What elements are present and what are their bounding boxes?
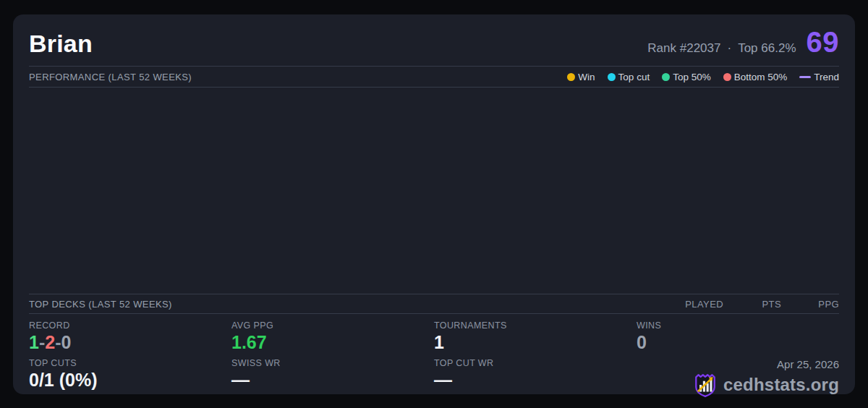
performance-chart-area bbox=[29, 88, 839, 294]
legend-item-top-50: Top 50% bbox=[662, 72, 711, 82]
site-branding: cedhstats.org bbox=[693, 372, 839, 398]
column-ppg: PPG bbox=[781, 299, 839, 310]
card-header: Brian Rank #22037 · Top 66.2% 69 bbox=[13, 14, 855, 66]
top-cut-wr-value: — bbox=[434, 370, 637, 389]
top-percent-text: Top 66.2% bbox=[738, 41, 796, 56]
record-draws: 0 bbox=[61, 332, 71, 352]
player-score: 69 bbox=[807, 26, 840, 59]
stat-top-cuts: TOP CUTS 0/1 (0%) bbox=[29, 357, 231, 394]
swiss-wr-value: — bbox=[231, 370, 434, 389]
header-right: Rank #22037 · Top 66.2% 69 bbox=[647, 26, 839, 59]
stat-tournaments: TOURNAMENTS 1 bbox=[434, 319, 637, 357]
stat-avg-ppg: AVG PPG 1.67 bbox=[231, 319, 434, 357]
player-name: Brian bbox=[29, 30, 93, 58]
legend-item-win: Win bbox=[567, 72, 595, 82]
legend-label: Trend bbox=[814, 72, 839, 82]
legend-item-trend: Trend bbox=[799, 72, 839, 82]
card-footer: Apr 25, 2026 cedhstats.org bbox=[637, 357, 839, 394]
top-cuts-value: 0/1 (0%) bbox=[29, 370, 231, 389]
footer-date: Apr 25, 2026 bbox=[777, 358, 839, 370]
rank-separator: · bbox=[727, 41, 731, 56]
record-wins: 1 bbox=[29, 332, 39, 352]
column-pts: PTS bbox=[723, 299, 781, 310]
stat-swiss-wr: SWISS WR — bbox=[231, 357, 434, 394]
bottom-50-dot-icon bbox=[723, 73, 731, 81]
stat-label: SWISS WR bbox=[231, 358, 434, 368]
trend-line-icon bbox=[799, 76, 811, 78]
stat-label: RECORD bbox=[29, 320, 231, 331]
legend-label: Top cut bbox=[618, 72, 650, 82]
top-decks-header-row: TOP DECKS (LAST 52 WEEKS) PLAYED PTS PPG bbox=[29, 294, 839, 314]
stat-label: TOP CUTS bbox=[29, 358, 231, 368]
legend-label: Top 50% bbox=[673, 72, 711, 82]
wins-value: 0 bbox=[637, 333, 839, 352]
rank-line: Rank #22037 · Top 66.2% bbox=[647, 41, 796, 56]
performance-header-row: PERFORMANCE (LAST 52 WEEKS) Win Top cut … bbox=[29, 67, 839, 88]
top-decks-title: TOP DECKS (LAST 52 WEEKS) bbox=[29, 299, 172, 310]
stat-top-cut-wr: TOP CUT WR — bbox=[434, 357, 637, 394]
performance-title: PERFORMANCE (LAST 52 WEEKS) bbox=[29, 72, 192, 82]
stat-wins: WINS 0 bbox=[637, 319, 839, 357]
rank-text: Rank #22037 bbox=[647, 41, 720, 56]
stat-label: AVG PPG bbox=[231, 320, 434, 331]
stat-label: WINS bbox=[637, 320, 839, 331]
stat-label: TOURNAMENTS bbox=[434, 320, 637, 331]
tournaments-value: 1 bbox=[434, 333, 637, 352]
record-value: 1-2-0 bbox=[29, 333, 231, 352]
page-background: Brian Rank #22037 · Top 66.2% 69 PERFORM… bbox=[0, 0, 868, 408]
stat-label: TOP CUT WR bbox=[434, 358, 637, 368]
stats-grid: RECORD 1-2-0 AVG PPG 1.67 TOURNAMENTS 1 … bbox=[13, 314, 855, 394]
legend-label: Bottom 50% bbox=[734, 72, 788, 82]
chart-legend: Win Top cut Top 50% Bottom 50% Trend bbox=[567, 72, 839, 82]
win-dot-icon bbox=[567, 73, 575, 81]
top-cut-dot-icon bbox=[608, 73, 616, 81]
legend-item-bottom-50: Bottom 50% bbox=[723, 72, 788, 82]
top-decks-columns: PLAYED PTS PPG bbox=[665, 299, 839, 310]
record-separator: - bbox=[39, 332, 45, 352]
cedhstats-logo-icon bbox=[693, 372, 718, 398]
top-50-dot-icon bbox=[662, 73, 670, 81]
legend-label: Win bbox=[578, 72, 595, 82]
stat-record: RECORD 1-2-0 bbox=[29, 319, 231, 357]
site-name: cedhstats.org bbox=[723, 375, 839, 395]
avg-ppg-value: 1.67 bbox=[231, 333, 434, 352]
column-played: PLAYED bbox=[665, 299, 723, 310]
record-losses: 2 bbox=[45, 332, 55, 352]
player-stats-card: Brian Rank #22037 · Top 66.2% 69 PERFORM… bbox=[13, 14, 855, 394]
legend-item-top-cut: Top cut bbox=[608, 72, 650, 82]
